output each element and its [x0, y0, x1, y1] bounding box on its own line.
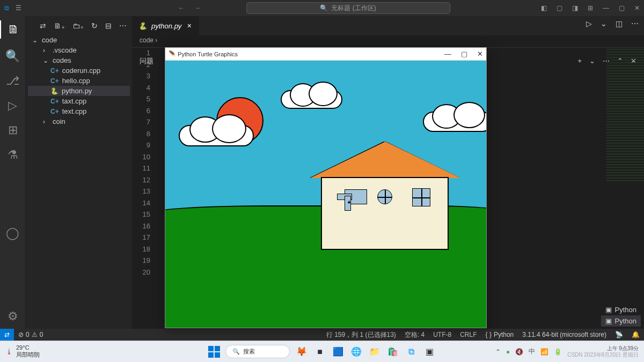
- drawn-cloud: [423, 112, 486, 132]
- store-icon[interactable]: 🛍️: [386, 345, 399, 358]
- nav-forward-icon[interactable]: →: [194, 4, 201, 12]
- menu-button[interactable]: ☰: [16, 4, 21, 12]
- tree-file[interactable]: C+text.cpp: [28, 106, 130, 116]
- new-terminal-icon[interactable]: +: [577, 57, 582, 65]
- terminal-icon: ▣: [605, 317, 612, 325]
- more-icon[interactable]: ⋯: [631, 19, 639, 28]
- watermark: CSDN 2023年8月20日 星期日: [567, 352, 639, 358]
- encoding-status[interactable]: UTF-8: [429, 330, 456, 339]
- extensions-icon[interactable]: ⊞: [8, 123, 18, 137]
- vscode-logo-icon: ⧉: [4, 4, 9, 12]
- tray-icon[interactable]: ●: [506, 348, 510, 356]
- settings-gear-icon[interactable]: ⚙: [8, 309, 18, 323]
- battery-icon[interactable]: 🔋: [554, 348, 562, 356]
- breadcrumb[interactable]: code ›: [132, 35, 644, 47]
- status-bar: ⇄ ⊘ 0 ⚠ 0 行 159，列 1 (已选择13) 空格: 4 UTF-8 …: [0, 329, 644, 341]
- layout-icon[interactable]: ▢: [557, 4, 562, 12]
- vscode-icon[interactable]: ⧉: [405, 345, 418, 358]
- tab-python[interactable]: 🐍 python.py ×: [132, 16, 200, 35]
- taskbar-app-icon[interactable]: 🟦: [332, 345, 345, 358]
- taskbar-search[interactable]: 🔍搜索: [225, 345, 290, 358]
- weather-widget[interactable]: 🌡️ 29°C 局部晴朗: [5, 344, 40, 359]
- explorer-icon[interactable]: 🗎: [0, 20, 25, 39]
- terminal-tab[interactable]: ▣Python: [601, 304, 641, 315]
- tree-folder[interactable]: ⌄codes: [28, 55, 130, 65]
- close-icon[interactable]: ✕: [634, 4, 640, 12]
- activity-bar: 🗎 🔍 ⎇ ▷ ⊞ ⚗ ◯ ⚙: [0, 16, 26, 329]
- maximize-icon[interactable]: ▢: [619, 4, 625, 12]
- taskbar-app-icon[interactable]: 🦊: [295, 345, 308, 358]
- feedback-icon[interactable]: 📡: [611, 330, 627, 339]
- testing-icon[interactable]: ⚗: [8, 148, 18, 162]
- search-text: 无标题 (工作区): [331, 4, 376, 13]
- accounts-icon[interactable]: ◯: [6, 226, 19, 240]
- tree-folder[interactable]: ›.vscode: [28, 45, 130, 55]
- more-icon[interactable]: ⋯: [119, 21, 127, 30]
- ime-icon[interactable]: 中: [529, 347, 535, 356]
- titlebar: ⧉ ☰ ← → 🔍 无标题 (工作区) ◧ ▢ ◨ ⊞ — ▢ ✕: [0, 0, 644, 16]
- drawn-roof: [310, 142, 460, 178]
- split-editor-icon[interactable]: ◫: [616, 19, 623, 28]
- tray-chevron-icon[interactable]: ⌃: [495, 348, 501, 356]
- python-icon: 🐍: [138, 22, 147, 30]
- tree-folder-root[interactable]: ⌄code: [28, 35, 130, 45]
- new-folder-icon[interactable]: 🗀₊: [72, 21, 84, 30]
- notifications-icon[interactable]: 🔔: [627, 330, 644, 339]
- cursor-position[interactable]: 行 159，列 1 (已选择13): [322, 330, 400, 339]
- close-icon[interactable]: ✕: [477, 50, 483, 58]
- python-icon: 🐍: [50, 87, 58, 95]
- refresh-icon[interactable]: ↻: [91, 21, 98, 30]
- terminal-tabs: ▣Python ▣Python: [601, 304, 641, 327]
- run-icon[interactable]: ▷: [586, 19, 592, 28]
- problems-status[interactable]: ⊘ 0 ⚠ 0: [14, 331, 47, 338]
- layout-icon[interactable]: ◧: [541, 4, 547, 12]
- maximize-icon[interactable]: ▢: [461, 50, 467, 58]
- drawn-window: [377, 189, 392, 204]
- start-button[interactable]: [208, 346, 220, 358]
- interpreter-status[interactable]: 3.11.4 64-bit (microsoft store): [518, 330, 611, 339]
- dropdown-icon[interactable]: ⌄: [589, 57, 595, 65]
- tree-file[interactable]: C+taxt.cpp: [28, 96, 130, 106]
- tree-file[interactable]: C+hello.cpp: [28, 76, 130, 86]
- source-control-icon[interactable]: ⎇: [6, 74, 19, 88]
- file-explorer-icon[interactable]: 📁: [368, 345, 381, 358]
- eol-status[interactable]: CRLF: [456, 330, 481, 339]
- drawn-window: [412, 188, 430, 206]
- cpp-icon: C+: [50, 108, 59, 115]
- language-status[interactable]: { } Python: [481, 330, 518, 339]
- explorer-sidebar: ⇄ 🗎₊ 🗀₊ ↻ ⊟ ⋯ ⌄code ›.vscode ⌄codes C+co…: [26, 16, 132, 329]
- search-icon[interactable]: 🔍: [5, 49, 20, 63]
- drawn-cloud: [281, 90, 342, 109]
- wifi-icon[interactable]: 📶: [540, 348, 548, 356]
- layout-icon[interactable]: ⊞: [588, 4, 593, 12]
- new-file-icon[interactable]: 🗎₊: [54, 21, 65, 30]
- turtle-cursor-icon: ▲: [347, 199, 352, 204]
- windows-taskbar: 🌡️ 29°C 局部晴朗 🔍搜索 🦊 ■ 🟦 🌐 📁 🛍️ ⧉ ▣ ⌃ ● 🔇 …: [0, 341, 644, 362]
- minimap[interactable]: [606, 47, 644, 181]
- tab-label: python.py: [151, 22, 181, 30]
- tree-folder[interactable]: ›coin: [28, 116, 130, 127]
- remote-button[interactable]: ⇄: [0, 329, 14, 341]
- tree-file[interactable]: C+coderun.cpp: [28, 65, 130, 76]
- terminal-tab[interactable]: ▣Python: [601, 315, 641, 327]
- terminal-icon[interactable]: ▣: [423, 345, 436, 358]
- collapse-icon[interactable]: ⊟: [105, 21, 112, 30]
- layout-icon[interactable]: ◨: [572, 4, 578, 12]
- weather-icon: 🌡️: [5, 348, 13, 355]
- run-dropdown-icon[interactable]: ⌄: [601, 19, 607, 28]
- nav-back-icon[interactable]: ←: [178, 4, 185, 12]
- minimize-icon[interactable]: —: [603, 4, 609, 12]
- minimize-icon[interactable]: —: [444, 50, 451, 58]
- cpp-icon: C+: [50, 67, 59, 75]
- tree-file-active[interactable]: 🐍python.py: [28, 86, 130, 96]
- close-icon[interactable]: ×: [186, 21, 192, 30]
- compare-icon[interactable]: ⇄: [40, 21, 46, 30]
- volume-icon[interactable]: 🔇: [515, 348, 523, 356]
- command-center[interactable]: 🔍 无标题 (工作区): [246, 2, 450, 14]
- taskbar-app-icon[interactable]: ■: [313, 345, 326, 358]
- edge-icon[interactable]: 🌐: [350, 345, 363, 358]
- indent-status[interactable]: 空格: 4: [400, 330, 429, 339]
- clock[interactable]: 上午 9点39分 CSDN 2023年8月20日 星期日: [567, 345, 639, 358]
- turtle-titlebar[interactable]: 🪶 Python Turtle Graphics — ▢ ✕: [165, 48, 486, 61]
- run-debug-icon[interactable]: ▷: [8, 99, 17, 113]
